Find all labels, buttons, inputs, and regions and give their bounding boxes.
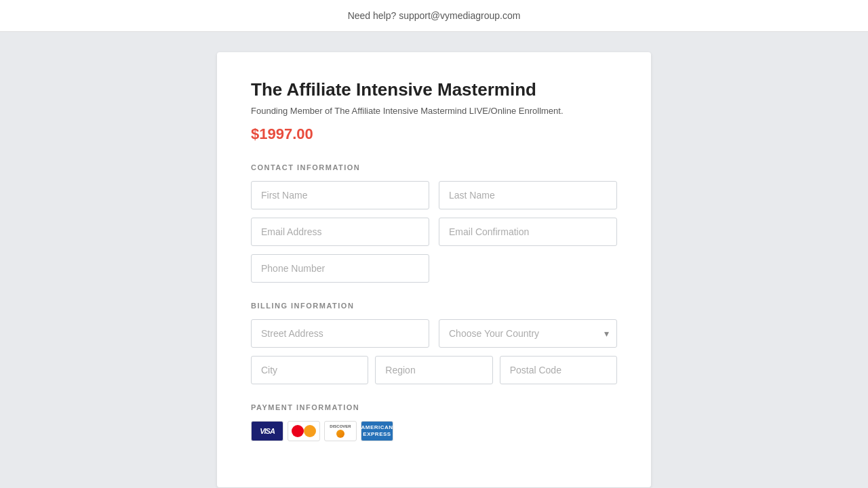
phone-row bbox=[251, 254, 617, 283]
form-card: The Affiliate Intensive Mastermind Found… bbox=[217, 52, 651, 487]
name-row bbox=[251, 181, 617, 209]
country-select[interactable]: Choose Your Country United States Canada… bbox=[439, 319, 617, 348]
first-name-field bbox=[251, 181, 429, 209]
payment-section: PAYMENT INFORMATION VISA DISCOVER AMERIC… bbox=[251, 403, 617, 441]
country-field: Choose Your Country United States Canada… bbox=[439, 319, 617, 348]
billing-section-label: BILLING INFORMATION bbox=[251, 302, 617, 310]
phone-field bbox=[251, 254, 429, 283]
help-text: Need help? support@vymediagroup.com bbox=[348, 10, 521, 21]
street-input[interactable] bbox=[251, 319, 429, 348]
contact-section-label: CONTACT INFORMATION bbox=[251, 163, 617, 171]
email-confirm-input[interactable] bbox=[439, 218, 617, 246]
payment-section-label: PAYMENT INFORMATION bbox=[251, 403, 617, 411]
email-row bbox=[251, 218, 617, 246]
email-field bbox=[251, 218, 429, 246]
last-name-input[interactable] bbox=[439, 181, 617, 209]
city-input[interactable] bbox=[251, 356, 368, 384]
amex-icon: AMERICANEXPRESS bbox=[361, 421, 393, 441]
payment-icons: VISA DISCOVER AMERICANEXPRESS bbox=[251, 421, 617, 441]
street-field bbox=[251, 319, 429, 348]
billing-section: BILLING INFORMATION Choose Your Country … bbox=[251, 302, 617, 384]
first-name-input[interactable] bbox=[251, 181, 429, 209]
product-price: $1997.00 bbox=[251, 125, 617, 143]
postal-field bbox=[500, 356, 617, 384]
last-name-field bbox=[439, 181, 617, 209]
visa-icon: VISA bbox=[251, 421, 283, 441]
city-region-postal-row bbox=[251, 356, 617, 384]
top-bar: Need help? support@vymediagroup.com bbox=[0, 0, 868, 32]
discover-icon: DISCOVER bbox=[324, 421, 357, 441]
page-content: The Affiliate Intensive Mastermind Found… bbox=[0, 32, 868, 488]
region-input[interactable] bbox=[375, 356, 492, 384]
product-subtitle: Founding Member of The Affiliate Intensi… bbox=[251, 106, 617, 116]
email-input[interactable] bbox=[251, 218, 429, 246]
contact-section: CONTACT INFORMATION bbox=[251, 163, 617, 283]
region-field bbox=[375, 356, 492, 384]
street-country-row: Choose Your Country United States Canada… bbox=[251, 319, 617, 348]
product-title: The Affiliate Intensive Mastermind bbox=[251, 79, 617, 100]
postal-input[interactable] bbox=[500, 356, 617, 384]
email-confirm-field bbox=[439, 218, 617, 246]
phone-input[interactable] bbox=[251, 254, 429, 283]
mastercard-icon bbox=[288, 421, 320, 441]
city-field bbox=[251, 356, 368, 384]
